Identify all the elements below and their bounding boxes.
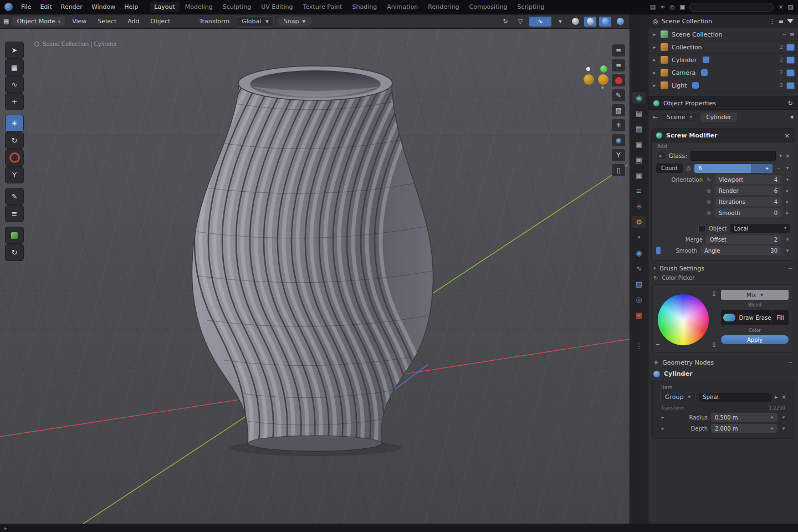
gizmo-icon[interactable]: Y bbox=[612, 149, 625, 161]
stepper-icon[interactable]: ▸ bbox=[771, 415, 774, 420]
shading-render-button[interactable] bbox=[614, 17, 626, 27]
record-icon[interactable] bbox=[612, 74, 625, 86]
geometry-object-row[interactable]: Cylinder bbox=[648, 368, 798, 380]
swatch-icon[interactable]: ▯ bbox=[712, 342, 715, 347]
color-picker-subheader[interactable]: ↻ Color Picker bbox=[648, 274, 798, 282]
loop-icon[interactable]: ◎ bbox=[686, 165, 692, 171]
workspace-tab-texture-paint[interactable]: Texture Paint bbox=[299, 2, 347, 12]
menu-view[interactable]: View bbox=[68, 17, 90, 26]
decorator-icon[interactable]: ▾ bbox=[785, 237, 790, 242]
tab-scene[interactable]: ▣ bbox=[632, 139, 646, 150]
tab-texture[interactable]: ▣ bbox=[632, 309, 646, 321]
matcap-icon[interactable]: ◉ bbox=[612, 134, 625, 146]
menu-edit[interactable]: Edit bbox=[36, 2, 55, 12]
menu-render[interactable]: Render bbox=[57, 2, 86, 12]
group-select[interactable]: Group ▾ bbox=[660, 392, 695, 402]
outliner-row-scene-collection[interactable]: ▸ Scene Collection − ≡ bbox=[648, 28, 798, 41]
gizmo-axis-green[interactable] bbox=[600, 65, 607, 73]
workspace-tab-shading[interactable]: Shading bbox=[348, 2, 382, 12]
tab-data[interactable]: ▨ bbox=[632, 278, 646, 290]
count-label[interactable]: Count bbox=[656, 163, 683, 173]
unlink-icon[interactable]: × bbox=[781, 394, 786, 400]
workspace-tab-sculpting[interactable]: Sculpting bbox=[218, 2, 255, 12]
tab-render[interactable]: ◉ bbox=[632, 92, 646, 104]
item-button[interactable]: Cylinder bbox=[700, 112, 737, 122]
tab-misc[interactable]: ⋮ bbox=[632, 340, 646, 352]
clear-icon[interactable]: × bbox=[785, 153, 790, 159]
orientation-select[interactable]: Global ▾ bbox=[237, 16, 274, 27]
tab-physics[interactable]: ◉ bbox=[632, 247, 646, 259]
search-icon[interactable]: ◎ bbox=[653, 18, 658, 24]
app-logo-icon[interactable] bbox=[4, 3, 13, 11]
screen-toggle-icon[interactable] bbox=[786, 44, 795, 51]
eyedropper-icon[interactable]: ▾ bbox=[779, 154, 782, 158]
brush-icon[interactable]: ✳ bbox=[612, 119, 625, 131]
param-field[interactable]: Render 6 bbox=[715, 186, 781, 195]
expand-icon[interactable]: ▸ bbox=[652, 70, 657, 75]
gizmo-axis-yellow[interactable] bbox=[584, 74, 594, 85]
scene-icon[interactable]: ▣ bbox=[679, 4, 685, 10]
editor-type-icon[interactable]: ▦ bbox=[3, 18, 9, 24]
sculpt-icon[interactable]: ✎ bbox=[612, 89, 625, 101]
workspace-tab-scripting[interactable]: Scripting bbox=[513, 2, 549, 12]
menu-add[interactable]: Add bbox=[124, 17, 143, 26]
tab-output[interactable]: ▤ bbox=[632, 108, 646, 119]
tab-world[interactable]: ▣ bbox=[632, 154, 646, 166]
mode-draw-button[interactable]: Draw bbox=[738, 310, 755, 325]
expand-icon[interactable]: ▸ bbox=[652, 58, 657, 63]
decorator-icon[interactable]: ▾ bbox=[781, 415, 786, 420]
tab-constraints[interactable]: ∿ bbox=[632, 263, 646, 274]
cycle-icon[interactable]: ◎ bbox=[706, 200, 712, 204]
value-slider-icon[interactable]: − bbox=[656, 342, 660, 347]
apply-button[interactable]: Apply bbox=[721, 335, 789, 344]
filter-icon[interactable] bbox=[787, 19, 794, 23]
stepper-icon[interactable]: ▸ bbox=[771, 426, 774, 431]
expand-icon[interactable]: ▸ bbox=[652, 83, 657, 88]
3d-viewport[interactable]: Scene Collection | Cylinder ➤ ▦ ∿ + ✳ ↻ … bbox=[0, 29, 630, 524]
shading-material-button[interactable] bbox=[599, 17, 611, 27]
swatch-icon[interactable]: ▯ bbox=[712, 291, 715, 296]
decorator-icon[interactable]: ▸ bbox=[785, 211, 790, 216]
view-layer-icon[interactable]: ▨ bbox=[788, 4, 794, 10]
smooth-field[interactable]: Angle 30 bbox=[700, 246, 781, 255]
workspace-tab-animation[interactable]: Animation bbox=[382, 2, 422, 12]
expand-icon[interactable]: ▸ bbox=[652, 45, 657, 50]
vase-mesh[interactable] bbox=[192, 66, 436, 451]
drag-handle-icon[interactable]: − bbox=[788, 360, 793, 366]
menu-icon[interactable]: ≡ bbox=[779, 18, 784, 24]
refresh-icon[interactable]: ↻ bbox=[788, 100, 793, 106]
close-icon[interactable]: × bbox=[784, 132, 790, 139]
decorator-icon[interactable]: ▾ bbox=[785, 166, 790, 171]
mini-dropdown[interactable]: ▸ bbox=[656, 152, 666, 160]
workspace-tab-rendering[interactable]: Rendering bbox=[423, 2, 463, 12]
anim-icon[interactable]: ▸ bbox=[660, 426, 666, 431]
mask-icon[interactable]: ▨ bbox=[612, 104, 625, 116]
tab-collection[interactable]: ▣ bbox=[632, 170, 646, 181]
tab-material[interactable]: ◎ bbox=[632, 294, 646, 305]
chevron-down-icon[interactable]: ▾ bbox=[790, 114, 794, 120]
workspace-tab-uv-editing[interactable]: UV Editing bbox=[257, 2, 297, 12]
outliner-row-light[interactable]: ▸ Light 2 bbox=[648, 79, 798, 92]
overlays-icon[interactable] bbox=[569, 17, 581, 27]
cycle-icon[interactable]: ◎ bbox=[706, 188, 712, 193]
camera-view-icon[interactable]: ▯ bbox=[612, 164, 625, 176]
workspace-tab-modeling[interactable]: Modeling bbox=[181, 2, 217, 12]
stepper-icon[interactable]: ▸ bbox=[766, 166, 769, 171]
axis-select[interactable]: Local ▾ bbox=[730, 224, 790, 233]
close-icon[interactable]: × bbox=[778, 4, 783, 10]
globe-icon[interactable]: ◎ bbox=[669, 4, 675, 10]
depth-field[interactable]: 2.000 m ▸ bbox=[711, 424, 777, 433]
snapping-toggle[interactable]: ∿ bbox=[529, 17, 551, 27]
menu-file[interactable]: File bbox=[17, 2, 35, 12]
geometry-section-header[interactable]: ✳ Geometry Nodes − bbox=[648, 355, 798, 368]
options-icon[interactable]: ≡ bbox=[612, 59, 625, 71]
mode-fill-button[interactable]: Fill bbox=[772, 310, 789, 325]
drag-handle-icon[interactable]: − bbox=[788, 265, 793, 272]
shading-solid-button[interactable] bbox=[584, 17, 596, 27]
modifier-name-input[interactable] bbox=[690, 151, 776, 161]
tab-particles[interactable]: ✳ bbox=[632, 201, 646, 212]
radius-field[interactable]: 0.500 m ▸ bbox=[711, 413, 777, 422]
back-arrow-icon[interactable]: ← bbox=[653, 114, 658, 120]
merge-field[interactable]: Offset 2 bbox=[706, 235, 781, 244]
tab-expand[interactable]: ▾ bbox=[632, 232, 646, 243]
